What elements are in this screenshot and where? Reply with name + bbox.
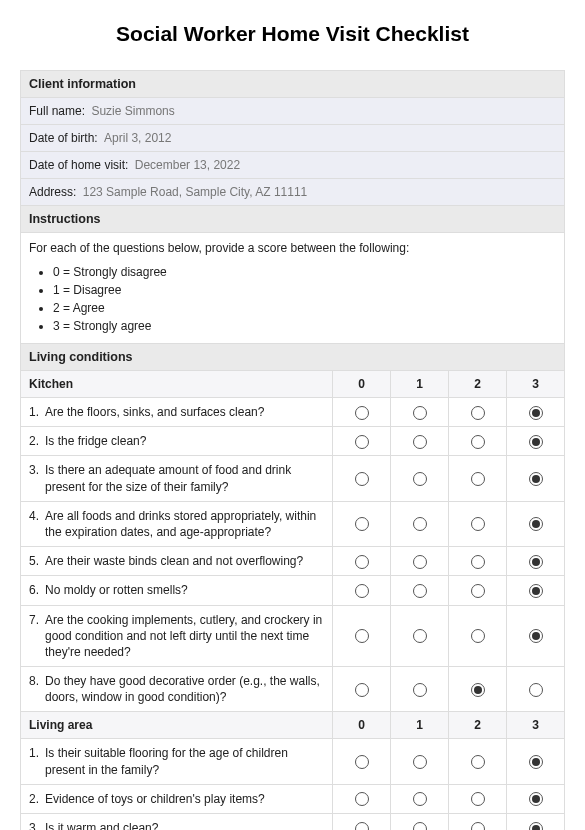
score-cell-3: [507, 398, 565, 427]
radio-button[interactable]: [413, 755, 427, 769]
question-number: 2.: [29, 433, 39, 449]
radio-button[interactable]: [529, 472, 543, 486]
radio-button[interactable]: [529, 555, 543, 569]
radio-button[interactable]: [413, 584, 427, 598]
radio-button[interactable]: [413, 472, 427, 486]
score-cell-1: [391, 427, 449, 456]
radio-button[interactable]: [529, 435, 543, 449]
kitchen-question: 6.No moldy or rotten smells?: [21, 576, 333, 605]
radio-button[interactable]: [413, 555, 427, 569]
radio-button[interactable]: [355, 683, 369, 697]
radio-button[interactable]: [413, 792, 427, 806]
score-cell-0: [333, 605, 391, 667]
radio-button[interactable]: [471, 822, 485, 831]
question-text: Is there an adequate amount of food and …: [43, 462, 324, 494]
radio-button[interactable]: [471, 629, 485, 643]
radio-button[interactable]: [529, 584, 543, 598]
score-cell-0: [333, 456, 391, 501]
score-col-0: 0: [333, 371, 391, 398]
visit-date-value: December 13, 2022: [135, 158, 240, 172]
radio-button[interactable]: [471, 584, 485, 598]
table-row: 1.Are the floors, sinks, and surfaces cl…: [21, 398, 565, 427]
radio-button[interactable]: [413, 406, 427, 420]
living-area-question: 1.Is their suitable flooring for the age…: [21, 739, 333, 784]
score-cell-0: [333, 814, 391, 831]
radio-button[interactable]: [471, 472, 485, 486]
question-text: Is the fridge clean?: [43, 433, 324, 449]
score-cell-1: [391, 814, 449, 831]
kitchen-question: 4.Are all foods and drinks stored approp…: [21, 501, 333, 546]
visit-date-row: Date of home visit: December 13, 2022: [21, 152, 565, 179]
score-cell-1: [391, 456, 449, 501]
table-row: 6.No moldy or rotten smells?: [21, 576, 565, 605]
question-number: 3.: [29, 820, 39, 830]
score-cell-2: [449, 547, 507, 576]
question-number: 1.: [29, 745, 39, 777]
radio-button[interactable]: [413, 683, 427, 697]
radio-button[interactable]: [471, 792, 485, 806]
radio-button[interactable]: [529, 822, 543, 831]
score-cell-3: [507, 576, 565, 605]
full-name-value: Suzie Simmons: [91, 104, 174, 118]
radio-button[interactable]: [471, 555, 485, 569]
score-cell-0: [333, 667, 391, 712]
scale-item: 2 = Agree: [53, 299, 556, 317]
radio-button[interactable]: [355, 435, 369, 449]
radio-button[interactable]: [413, 629, 427, 643]
question-number: 3.: [29, 462, 39, 494]
question-text: Do they have good decorative order (e.g.…: [43, 673, 324, 705]
radio-button[interactable]: [529, 755, 543, 769]
radio-button[interactable]: [355, 792, 369, 806]
radio-button[interactable]: [471, 755, 485, 769]
radio-button[interactable]: [471, 517, 485, 531]
score-col-0: 0: [333, 712, 391, 739]
radio-button[interactable]: [471, 435, 485, 449]
score-cell-3: [507, 547, 565, 576]
score-cell-0: [333, 427, 391, 456]
radio-button[interactable]: [529, 517, 543, 531]
radio-button[interactable]: [529, 406, 543, 420]
table-row: 3.Is there an adequate amount of food an…: [21, 456, 565, 501]
score-col-1: 1: [391, 371, 449, 398]
radio-button[interactable]: [355, 629, 369, 643]
score-cell-0: [333, 547, 391, 576]
radio-button[interactable]: [355, 755, 369, 769]
question-text: Are the cooking implements, cutlery, and…: [43, 612, 324, 661]
question-text: Is their suitable flooring for the age o…: [43, 745, 324, 777]
radio-button[interactable]: [529, 629, 543, 643]
question-text: Is it warm and clean?: [43, 820, 324, 830]
score-cell-2: [449, 576, 507, 605]
score-cell-1: [391, 576, 449, 605]
kitchen-question: 2.Is the fridge clean?: [21, 427, 333, 456]
kitchen-question: 3.Is there an adequate amount of food an…: [21, 456, 333, 501]
kitchen-question: 1.Are the floors, sinks, and surfaces cl…: [21, 398, 333, 427]
score-cell-3: [507, 739, 565, 784]
question-text: Are the floors, sinks, and surfaces clea…: [43, 404, 324, 420]
question-number: 2.: [29, 791, 39, 807]
kitchen-header: Kitchen: [21, 371, 333, 398]
radio-button[interactable]: [413, 517, 427, 531]
scale-item: 0 = Strongly disagree: [53, 263, 556, 281]
radio-button[interactable]: [355, 584, 369, 598]
table-row: 3.Is it warm and clean?: [21, 814, 565, 831]
radio-button[interactable]: [413, 435, 427, 449]
score-cell-1: [391, 547, 449, 576]
score-cell-2: [449, 667, 507, 712]
radio-button[interactable]: [355, 555, 369, 569]
radio-button[interactable]: [355, 517, 369, 531]
radio-button[interactable]: [471, 683, 485, 697]
score-col-3: 3: [507, 371, 565, 398]
radio-button[interactable]: [471, 406, 485, 420]
radio-button[interactable]: [355, 472, 369, 486]
radio-button[interactable]: [355, 406, 369, 420]
score-cell-1: [391, 667, 449, 712]
score-cell-0: [333, 576, 391, 605]
radio-button[interactable]: [413, 822, 427, 831]
kitchen-question: 5.Are their waste binds clean and not ov…: [21, 547, 333, 576]
scale-list: 0 = Strongly disagree 1 = Disagree 2 = A…: [53, 263, 556, 335]
radio-button[interactable]: [529, 792, 543, 806]
radio-button[interactable]: [355, 822, 369, 831]
score-cell-3: [507, 605, 565, 667]
scale-item: 1 = Disagree: [53, 281, 556, 299]
radio-button[interactable]: [529, 683, 543, 697]
